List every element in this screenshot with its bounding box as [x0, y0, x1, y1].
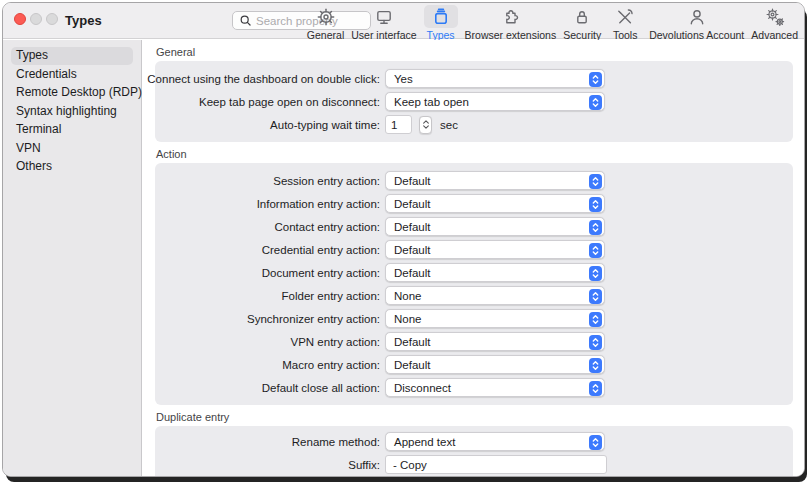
rename-method-select[interactable]: Append text: [385, 432, 605, 451]
setting-label: Connect using the dashboard on double cl…: [147, 73, 380, 85]
select-value: None: [386, 313, 422, 325]
vpn-entry-action-select[interactable]: Default: [385, 332, 605, 351]
toolbar-item-devolutions-account[interactable]: Devolutions Account: [647, 5, 746, 41]
select-value: None: [386, 290, 422, 302]
sidebar: Types Credentials Remote Desktop (RDP) S…: [3, 40, 142, 476]
select-value: Default: [386, 359, 430, 371]
popup-arrows-icon: [589, 197, 602, 212]
close-button[interactable]: [14, 13, 26, 25]
popup-arrows-icon: [589, 72, 602, 87]
stepper-control[interactable]: [419, 116, 432, 134]
puzzle-icon: [500, 7, 520, 27]
toolbar-item-tools[interactable]: Tools: [606, 5, 644, 41]
setting-row: Suffix:: [155, 455, 793, 474]
document-entry-action-select[interactable]: Default: [385, 263, 605, 282]
section-title-duplicate-entry: Duplicate entry: [156, 411, 793, 423]
select-value: Keep tab open: [386, 96, 469, 108]
popup-arrows-icon: [589, 289, 602, 304]
setting-label: Credential entry action:: [262, 244, 380, 256]
setting-label: Rename method:: [292, 436, 380, 448]
sidebar-item-vpn[interactable]: VPN: [11, 140, 133, 158]
popup-arrows-icon: [589, 266, 602, 281]
setting-row: Macro entry action: Default: [155, 355, 793, 374]
auto-typing-wait-input[interactable]: [385, 115, 412, 134]
setting-row: Keep tab page open on disconnect: Keep t…: [155, 92, 793, 111]
setting-row: Contact entry action: Default: [155, 217, 793, 236]
information-entry-action-select[interactable]: Default: [385, 194, 605, 213]
session-entry-action-select[interactable]: Default: [385, 171, 605, 190]
toolbar: General User interface Types: [305, 5, 800, 39]
select-value: Default: [386, 198, 430, 210]
tools-icon: [615, 7, 635, 27]
setting-row: Session entry action: Default: [155, 171, 793, 190]
setting-label: Information entry action:: [257, 198, 380, 210]
macro-entry-action-select[interactable]: Default: [385, 355, 605, 374]
titlebar: Types General: [3, 3, 804, 39]
select-value: Yes: [386, 73, 413, 85]
display-icon: [374, 7, 394, 27]
connect-dashboard-select[interactable]: Yes: [385, 69, 605, 88]
toolbar-item-advanced[interactable]: Advanced: [749, 5, 800, 41]
sidebar-item-syntax-highlighting[interactable]: Syntax highlighting: [11, 103, 133, 121]
popup-arrows-icon: [589, 220, 602, 235]
popup-arrows-icon: [589, 95, 602, 110]
search-icon: [239, 14, 252, 27]
sidebar-item-terminal[interactable]: Terminal: [11, 121, 133, 139]
setting-row: Default close all action: Disconnect: [155, 378, 793, 397]
sidebar-item-types[interactable]: Types: [11, 47, 133, 65]
keep-tab-page-select[interactable]: Keep tab open: [385, 92, 605, 111]
credential-entry-action-select[interactable]: Default: [385, 240, 605, 259]
select-value: Default: [386, 244, 430, 256]
gears-icon: [765, 7, 785, 27]
popup-arrows-icon: [589, 312, 602, 327]
unit-label: sec: [440, 119, 458, 131]
suffix-input[interactable]: [385, 455, 607, 474]
setting-row: Folder entry action: None: [155, 286, 793, 305]
popup-arrows-icon: [589, 243, 602, 258]
toolbar-item-browser-extensions[interactable]: Browser extensions: [463, 5, 559, 41]
popup-arrows-icon: [589, 174, 602, 189]
contact-entry-action-select[interactable]: Default: [385, 217, 605, 236]
setting-row: Document entry action: Default: [155, 263, 793, 282]
settings-panel: General Connect using the dashboard on d…: [143, 40, 804, 476]
setting-row: VPN entry action: Default: [155, 332, 793, 351]
setting-label: Document entry action:: [262, 267, 380, 279]
group-duplicate-entry: Rename method: Append text Suffix:: [155, 426, 793, 476]
setting-label: Suffix:: [348, 459, 380, 471]
setting-label: Macro entry action:: [282, 359, 380, 371]
toolbar-item-user-interface[interactable]: User interface: [349, 5, 418, 41]
setting-label: Synchronizer entry action:: [247, 313, 380, 325]
window-title: Types: [65, 3, 102, 39]
folder-entry-action-select[interactable]: None: [385, 286, 605, 305]
default-close-all-action-select[interactable]: Disconnect: [385, 378, 605, 397]
preferences-window: Types General: [2, 2, 805, 477]
select-value: Default: [386, 221, 430, 233]
select-value: Default: [386, 267, 430, 279]
toolbar-item-types[interactable]: Types: [422, 5, 460, 41]
synchronizer-entry-action-select[interactable]: None: [385, 309, 605, 328]
section-title-action: Action: [156, 148, 793, 160]
setting-row: Rename method: Append text: [155, 432, 793, 451]
setting-label: Folder entry action:: [282, 290, 380, 302]
sidebar-item-others[interactable]: Others: [11, 158, 133, 176]
setting-label: VPN entry action:: [291, 336, 380, 348]
setting-row: Information entry action: Default: [155, 194, 793, 213]
group-general: Connect using the dashboard on double cl…: [155, 61, 793, 142]
toolbar-item-general[interactable]: General: [305, 5, 346, 41]
sidebar-item-credentials[interactable]: Credentials: [11, 66, 133, 84]
lock-icon: [572, 7, 592, 27]
popup-arrows-icon: [589, 335, 602, 350]
section-title-general: General: [156, 46, 793, 58]
toolbar-item-security[interactable]: Security: [561, 5, 603, 41]
sidebar-item-remote-desktop-rdp[interactable]: Remote Desktop (RDP): [11, 84, 133, 102]
group-action: Session entry action: Default Informatio…: [155, 163, 793, 405]
setting-row: Connect using the dashboard on double cl…: [155, 69, 793, 88]
container-icon: [431, 7, 451, 27]
setting-row: Auto-typing wait time: sec: [155, 115, 793, 134]
setting-row: Credential entry action: Default: [155, 240, 793, 259]
setting-label: Keep tab page open on disconnect:: [199, 96, 380, 108]
setting-label: Contact entry action:: [275, 221, 380, 233]
minimize-button: [30, 13, 42, 25]
popup-arrows-icon: [589, 381, 602, 396]
select-value: Append text: [386, 436, 455, 448]
